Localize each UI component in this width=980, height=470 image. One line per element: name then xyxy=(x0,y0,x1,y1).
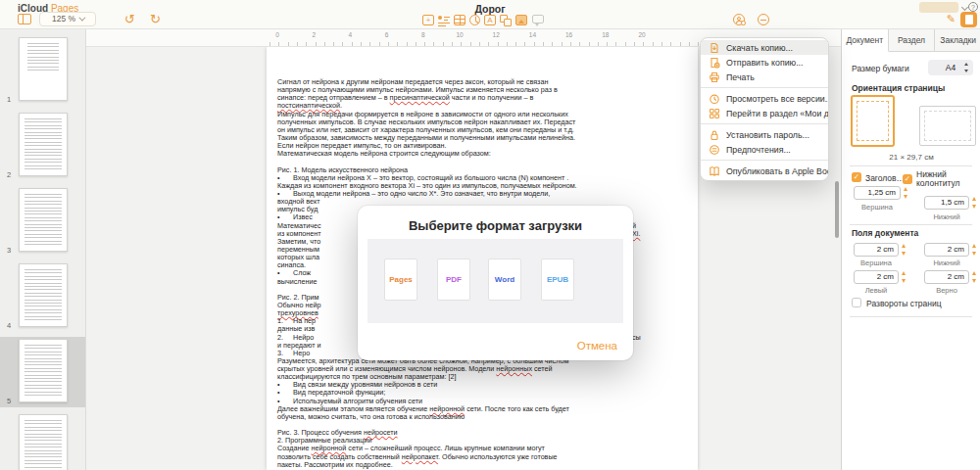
header-checkbox-label: Заголов… xyxy=(865,173,905,183)
format-label: Word xyxy=(495,275,514,284)
insert-icon[interactable]: + xyxy=(422,15,435,27)
header-distance-field[interactable]: 1,25 cm xyxy=(854,186,901,200)
ruler-number: 8 xyxy=(421,31,425,38)
page-thumbnail[interactable] xyxy=(19,263,68,327)
cancel-button[interactable]: Отмена xyxy=(577,340,617,352)
help-icon[interactable]: ? xyxy=(968,2,978,12)
page-number: 1 xyxy=(7,95,11,104)
page-thumbnail-row[interactable]: 5 xyxy=(0,337,86,407)
menu-item-preferences[interactable]: Предпочтения... xyxy=(701,142,828,157)
shape-icon[interactable] xyxy=(500,15,513,27)
stepper-icon[interactable] xyxy=(971,271,978,283)
stepper-icon[interactable] xyxy=(901,271,907,283)
menu-item-browse-versions[interactable]: Просмотреть все версии... xyxy=(701,91,828,106)
paper-size-select[interactable]: A4 xyxy=(928,60,973,75)
tools-dropdown-menu: Скачать копию... Отправить копию... Печа… xyxy=(700,37,829,181)
thumbnail-content xyxy=(27,43,59,72)
toolbar: iCloud Pages Дорог 125 % ↺ ↻ + A xyxy=(0,0,980,29)
page-thumbnail[interactable] xyxy=(19,37,68,101)
menu-item-set-password[interactable]: Установить пароль... xyxy=(701,127,828,142)
margin-guides xyxy=(857,101,889,141)
menu-item-send-copy[interactable]: Отправить копию... xyxy=(701,55,828,70)
thumbnail-content xyxy=(24,345,62,397)
stepper-icon[interactable] xyxy=(971,244,978,256)
format-option-pdf[interactable]: PDF xyxy=(437,258,470,301)
page-number: 4 xyxy=(7,321,11,330)
zoom-value: 125 % xyxy=(52,14,75,24)
format-option-epub[interactable]: EPUB xyxy=(541,258,574,301)
table-icon[interactable] xyxy=(454,15,466,27)
ruler-number: 4 xyxy=(349,31,353,38)
orientation-portrait-option[interactable] xyxy=(851,95,895,147)
undo-icon[interactable]: ↺ xyxy=(124,13,135,25)
page-thumbnail-row[interactable]: 3 xyxy=(0,186,86,257)
ruler-number: 2 xyxy=(312,31,316,38)
account-name-pill[interactable] xyxy=(919,2,958,13)
format-option-word[interactable]: Word xyxy=(488,258,521,301)
tab-document[interactable]: Документ xyxy=(842,29,889,52)
margin-right-field[interactable]: 2 cm xyxy=(924,270,969,284)
divider xyxy=(850,165,972,166)
format-option-pages[interactable]: Pages xyxy=(384,258,417,301)
paper-size-value: A4 xyxy=(946,63,956,72)
page-thumbnail-row[interactable]: 6 xyxy=(0,412,86,470)
tab-bookmarks[interactable]: Закладки xyxy=(935,29,980,52)
zoom-control[interactable]: 125 % xyxy=(39,12,96,26)
page-thumbnail[interactable] xyxy=(19,113,68,176)
margin-left-label: Левый xyxy=(854,286,899,295)
stepper-icon[interactable] xyxy=(903,187,909,199)
page-thumbnail-row[interactable]: 1 xyxy=(0,35,86,106)
margin-bottom-field[interactable]: 2 cm xyxy=(924,243,969,257)
media-icon[interactable] xyxy=(515,15,528,27)
menu-item-label: Перейти в раздел «Мои доку xyxy=(726,109,828,118)
footer-checkbox[interactable]: ✓ xyxy=(903,174,912,184)
menu-item-download-copy[interactable]: Скачать копию... xyxy=(701,40,828,55)
lock-icon xyxy=(709,129,720,141)
chevron-down-icon xyxy=(78,15,85,22)
format-inspector-panel: Документ Раздел Закладки Размер бумаги A… xyxy=(841,29,980,470)
list-icon[interactable] xyxy=(438,15,451,27)
footer-distance-field[interactable]: 1,5 cm xyxy=(924,196,969,210)
collaborate-icon[interactable] xyxy=(733,14,746,26)
ruler-number: 20 xyxy=(638,31,645,38)
hide-comments-icon[interactable] xyxy=(758,14,770,26)
margin-top-field[interactable]: 2 cm xyxy=(854,243,899,257)
menu-item-print[interactable]: Печать xyxy=(701,70,828,84)
stepper-icon[interactable] xyxy=(901,244,907,256)
page-thumbnail[interactable] xyxy=(19,339,68,402)
menu-item-publish-apple-books[interactable]: Опубликовать в Apple Books... xyxy=(701,164,828,178)
textbox-icon[interactable]: A xyxy=(484,15,497,27)
comment-icon[interactable] xyxy=(532,15,545,27)
facing-pages-checkbox[interactable] xyxy=(852,298,861,307)
stepper-icon xyxy=(963,63,970,72)
orientation-landscape-option[interactable] xyxy=(919,106,976,146)
format-label: PDF xyxy=(446,275,462,284)
redo-icon[interactable]: ↻ xyxy=(150,13,161,25)
page-thumbnail[interactable] xyxy=(19,414,68,470)
tab-section[interactable]: Раздел xyxy=(889,29,936,52)
format-label: Pages xyxy=(389,275,413,284)
field-value: 2 cm xyxy=(948,245,964,254)
print-icon xyxy=(709,71,720,83)
margin-left-field[interactable]: 2 cm xyxy=(854,270,899,284)
format-pen-icon[interactable]: ✎ xyxy=(947,13,956,25)
document-icon xyxy=(965,15,973,24)
vertical-scrollbar[interactable] xyxy=(835,181,839,238)
stepper-icon[interactable] xyxy=(971,197,978,209)
page-thumbnail-row[interactable]: 2 xyxy=(0,111,86,181)
header-checkbox[interactable]: ✓ xyxy=(852,172,861,182)
margin-right-label: Верно xyxy=(924,286,969,295)
ruler-number: 18 xyxy=(602,31,609,38)
thumbnail-content xyxy=(24,118,62,170)
margin-top-label: Вершина xyxy=(854,258,899,267)
thumbnail-content xyxy=(24,420,62,470)
page-thumbnail[interactable] xyxy=(19,188,68,252)
text-fragment: сы xyxy=(632,334,641,342)
page-thumbnail-row[interactable]: 4 xyxy=(0,261,86,332)
ruler-ticks xyxy=(270,42,710,46)
margin-guides xyxy=(924,111,971,141)
sidebar-toggle-icon[interactable] xyxy=(18,14,30,26)
menu-item-go-to-my-documents[interactable]: Перейти в раздел «Мои доку xyxy=(701,106,828,120)
chart-icon[interactable] xyxy=(469,15,482,27)
document-panel-button[interactable] xyxy=(960,12,977,27)
